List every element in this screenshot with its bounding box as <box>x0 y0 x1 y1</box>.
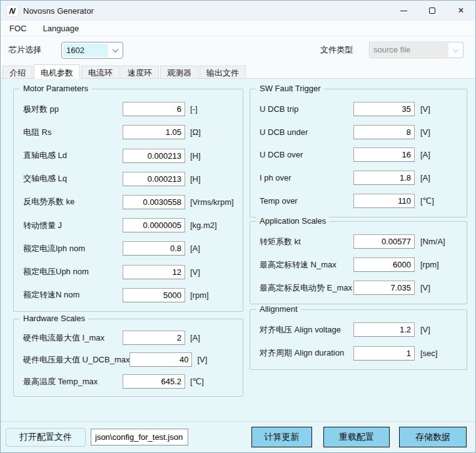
param-label: 最高温度 Temp_max <box>23 376 123 387</box>
param-input-kt[interactable] <box>353 234 415 249</box>
param-input-iph-over[interactable] <box>353 171 415 185</box>
group-hardware-scales: Hardware Scales 硬件电流最大值 I_max [A] 硬件电压最大… <box>13 319 243 397</box>
param-row: U DCB trip [V] <box>250 102 467 116</box>
param-input-ke[interactable] <box>123 195 185 209</box>
title-bar: N Novosns Generator × <box>1 1 475 21</box>
tab-strip: 介绍 电机参数 电流环 速度环 观测器 输出文件 <box>1 64 475 78</box>
menu-item-foc[interactable]: FOC <box>9 24 26 33</box>
chip-select-label: 芯片选择 <box>9 44 41 56</box>
group-body: 转矩系数 kt [Nm/A] 最高定标转速 N_max [rpm] 最高定标反电… <box>250 222 467 304</box>
param-unit: [A] <box>190 244 243 253</box>
param-row: 硬件电流最大值 I_max [A] <box>14 331 243 345</box>
close-button[interactable]: × <box>447 1 475 21</box>
tab-speed-loop[interactable]: 速度环 <box>121 66 159 78</box>
param-input-i-max[interactable] <box>123 331 185 345</box>
param-row: 转矩系数 kt [Nm/A] <box>250 234 467 249</box>
file-type-value: source file <box>370 43 448 57</box>
param-row: U DCB under [V] <box>250 125 467 139</box>
param-input-pp[interactable] <box>123 102 185 116</box>
tab-observer[interactable]: 观测器 <box>160 66 198 78</box>
menu-item-language[interactable]: Language <box>43 24 79 33</box>
control-row: 芯片选择 1602 文件类型 source file <box>1 36 475 64</box>
param-label: 反电势系数 ke <box>23 196 123 207</box>
param-row: 最高定标反电动势 E_max [V] <box>250 281 467 295</box>
footer-bar: 打开配置文件 计算更新 重载配置 存储数据 <box>1 421 475 452</box>
param-unit: [Nm/A] <box>420 237 467 246</box>
param-row: 对齐电压 Align voltage [V] <box>250 322 467 337</box>
param-input-lq[interactable] <box>123 172 185 186</box>
tab-current-loop[interactable]: 电流环 <box>81 66 119 78</box>
minimize-button[interactable] <box>389 1 418 21</box>
group-title: Allignment <box>256 304 301 314</box>
param-input-temp-max[interactable] <box>123 374 185 389</box>
chevron-down-icon <box>108 42 123 58</box>
param-input-temp-over[interactable] <box>353 194 415 208</box>
config-path-input[interactable] <box>91 429 188 446</box>
store-data-button[interactable]: 存储数据 <box>399 427 467 447</box>
file-type-combo: source file <box>369 42 463 58</box>
param-input-udcb-under[interactable] <box>353 125 415 139</box>
param-unit: [Vrms/krpm] <box>190 197 243 207</box>
param-unit: [kg.m2] <box>190 221 243 230</box>
group-title: Hardware Scales <box>20 314 88 323</box>
param-label: U DCB under <box>260 127 353 137</box>
maximize-button[interactable] <box>418 1 447 21</box>
param-unit: [V] <box>420 104 467 114</box>
param-label: 电阻 Rs <box>23 127 123 138</box>
param-row: 硬件电压最大值 U_DCB_max [V] <box>14 352 243 367</box>
open-config-button[interactable]: 打开配置文件 <box>6 428 86 447</box>
param-label: 直轴电感 Ld <box>23 150 123 161</box>
tab-intro[interactable]: 介绍 <box>3 66 33 78</box>
param-input-j[interactable] <box>123 218 185 232</box>
param-input-ld[interactable] <box>123 149 185 163</box>
param-input-n-max[interactable] <box>353 257 415 272</box>
param-input-rs[interactable] <box>123 125 185 139</box>
param-row: Temp over [℃] <box>250 194 467 208</box>
chip-select-combo[interactable]: 1602 <box>61 42 123 59</box>
param-label: Temp over <box>260 196 353 206</box>
param-label: 最高定标反电动势 E_max <box>260 282 353 294</box>
group-body: 极对数 pp [-] 电阻 Rs [Ω] 直轴电感 Ld [H] 交轴电感 Lq <box>14 89 243 311</box>
group-body: 硬件电流最大值 I_max [A] 硬件电压最大值 U_DCB_max [V] … <box>14 319 243 396</box>
param-row: 额定转速N nom [rpm] <box>14 288 243 302</box>
param-row: 交轴电感 Lq [H] <box>14 172 243 186</box>
tab-motor-params[interactable]: 电机参数 <box>34 64 80 79</box>
param-row: 最高定标转速 N_max [rpm] <box>250 257 467 272</box>
param-label: 转矩系数 kt <box>260 236 353 247</box>
param-input-align-duration[interactable] <box>353 346 415 361</box>
param-input-uph-nom[interactable] <box>123 265 185 279</box>
calculate-update-button[interactable]: 计算更新 <box>251 427 312 447</box>
param-unit: [A] <box>420 150 467 159</box>
param-row: U DCB over [A] <box>250 147 467 162</box>
param-row: 对齐周期 Align duration [sec] <box>250 346 467 361</box>
param-unit: [℃] <box>190 377 243 386</box>
group-title: SW Fault Trigger <box>256 84 324 93</box>
param-unit: [H] <box>190 174 243 184</box>
app-window: N Novosns Generator × FOC Language 芯片选择 … <box>0 0 476 453</box>
param-row: 转动惯量 J [kg.m2] <box>14 218 243 232</box>
param-input-udcb-trip[interactable] <box>353 102 415 116</box>
group-motor-parameters: Motor Parameters 极对数 pp [-] 电阻 Rs [Ω] 直轴… <box>13 89 243 312</box>
param-input-align-voltage[interactable] <box>353 322 415 337</box>
group-application-scales: Application Scales 转矩系数 kt [Nm/A] 最高定标转速… <box>250 221 467 304</box>
param-label: 对齐周期 Align duration <box>260 347 353 359</box>
param-unit: [-] <box>190 104 243 114</box>
param-label: U DCB trip <box>260 104 353 114</box>
reload-config-button[interactable]: 重载配置 <box>323 427 390 447</box>
param-label: 最高定标转速 N_max <box>260 259 353 271</box>
minimize-icon <box>400 11 407 11</box>
param-input-udcb-max[interactable] <box>129 352 192 367</box>
param-input-e-max[interactable] <box>353 281 415 295</box>
param-unit: [rpm] <box>420 260 467 269</box>
chip-select-value: 1602 <box>63 44 108 57</box>
param-input-n-nom[interactable] <box>123 288 185 302</box>
file-type-label: 文件类型 <box>320 44 353 56</box>
tab-page-motor-parameters: Motor Parameters 极对数 pp [-] 电阻 Rs [Ω] 直轴… <box>1 78 475 421</box>
param-unit: [℃] <box>420 196 467 206</box>
tab-output-files[interactable]: 输出文件 <box>200 66 246 78</box>
param-input-iph-nom[interactable] <box>123 241 185 256</box>
param-input-udcb-over[interactable] <box>353 147 415 162</box>
group-allignment: Allignment 对齐电压 Align voltage [V] 对齐周期 A… <box>250 309 467 370</box>
param-label: 额定转速N nom <box>23 289 123 301</box>
param-label: 硬件电流最大值 I_max <box>23 332 123 344</box>
